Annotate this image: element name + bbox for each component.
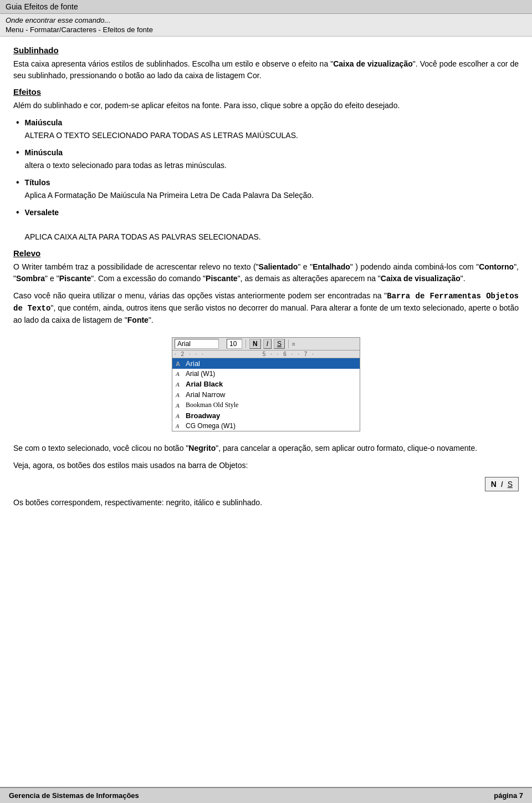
font-icon-broadway: A	[176, 413, 183, 419]
italic-button[interactable]: I	[263, 339, 272, 349]
menu-options-para: Caso você não queira utilizar o menu, vá…	[13, 290, 519, 326]
footer-right: página 7	[494, 791, 523, 800]
titulos-desc: Aplica A Formatação De Maiúscula Na Prim…	[25, 191, 314, 200]
caixa-viz-ref: Caixa de visualização	[381, 274, 461, 283]
underline-button[interactable]: S	[274, 339, 285, 349]
ruler-text: ≡	[292, 341, 296, 347]
nis-italic: I	[501, 480, 503, 489]
efeitos-title: Efeitos	[13, 87, 519, 96]
negrito-ref: Negrito	[188, 444, 216, 453]
font-name-display: Arial	[175, 339, 219, 349]
maiuscula-title: Maiúscula	[25, 117, 519, 129]
main-content: Sublinhado Esta caixa apresenta vários e…	[0, 37, 532, 558]
font-item-arial[interactable]: A Arial	[172, 358, 360, 369]
command-bar: Onde encontrar esse comando... Menu - Fo…	[0, 14, 532, 37]
toolbar-sep-1	[245, 339, 246, 348]
titulos-title: Títulos	[25, 177, 519, 189]
font-list: A Arial A Arial (W1) A Arial Black A Ari…	[172, 358, 360, 431]
fonte-ref: Fonte	[127, 316, 149, 324]
maiuscula-item: Maiúscula ALTERA O TEXTO SELECIONADO PAR…	[13, 117, 519, 141]
caixa-vizualizacao-ref: Caixa de vizualização	[333, 59, 413, 68]
sublinhado-title: Sublinhado	[13, 45, 519, 55]
nis-bold: N	[491, 480, 497, 489]
font-name-arial-narrow: Arial Narrow	[186, 390, 226, 399]
maiuscula-desc: ALTERA O TEXTO SELECIONADO PARA TODAS AS…	[25, 131, 298, 140]
font-icon-cg-omega: A	[176, 423, 183, 429]
font-icon-arial: A	[176, 360, 183, 367]
font-ruler: · 2 · · · 5 · · 6 · · 7 ·	[172, 350, 360, 358]
titulos-item: Títulos Aplica A Formatação De Maiúscula…	[13, 177, 519, 201]
versalete-item: Versalete APLICA CAIXA ALTA PARA TODAS A…	[13, 207, 519, 243]
nis-row: N I S	[13, 477, 519, 491]
font-name-arial-w1: Arial (W1)	[186, 370, 215, 378]
barra-ref: Barra de Ferramentas Objetos de Texto	[13, 292, 519, 313]
botoes-note-para: Veja, agora, os botões dos estilos mais …	[13, 460, 519, 471]
font-item-cg-omega[interactable]: A CG Omega (W1)	[172, 421, 360, 431]
piscante2-ref: Piscante	[206, 274, 238, 283]
botoes-desc-para: Os botões correspondem, respectivamente:…	[13, 497, 519, 509]
nis-underline: S	[508, 480, 513, 489]
font-name-broadway: Broadway	[186, 411, 220, 420]
font-toolbar: Arial 10 N I S ≡	[172, 338, 360, 350]
relevo-section: Relevo O Writer também traz a possibilid…	[13, 248, 519, 284]
font-name-arial-black: Arial Black	[186, 380, 223, 388]
bold-button[interactable]: N	[249, 339, 261, 349]
relevo-title: Relevo	[13, 248, 519, 258]
versalete-title: Versalete	[25, 207, 519, 218]
font-preview-container: Arial 10 N I S ≡ · 2 · · · 5 · · 6 · · 7…	[13, 337, 519, 431]
command-path: Menu - Formatar/Caracteres - Efeitos de …	[6, 26, 526, 34]
minuscula-item: Minúscula altera o texto selecionado par…	[13, 147, 519, 171]
minuscula-desc: altera o texto selecionado para todas as…	[25, 161, 227, 170]
nis-box: N I S	[485, 477, 519, 491]
font-item-arial-black[interactable]: A Arial Black	[172, 379, 360, 389]
contorno-ref: Contorno	[479, 262, 514, 271]
efeitos-para: Além do sublinhado e cor, podem-se aplic…	[13, 100, 519, 111]
footer-left: Gerencia de Sistemas de Informações	[9, 791, 139, 800]
versalete-desc: APLICA CAIXA ALTA PARA TODAS AS PALVRAS …	[25, 232, 261, 241]
sombra-ref: Sombra	[16, 274, 45, 283]
font-item-arial-narrow[interactable]: A Arial Narrow	[172, 389, 360, 400]
title-text: Guia Efeitos de fonte	[6, 2, 78, 11]
footer: Gerencia de Sistemas de Informações pági…	[0, 787, 532, 803]
command-find-label: Onde encontrar esse comando...	[6, 16, 526, 24]
entalhado-ref: Entalhado	[313, 262, 350, 271]
font-preview-box: Arial 10 N I S ≡ · 2 · · · 5 · · 6 · · 7…	[172, 337, 360, 431]
font-size-display: 10	[227, 339, 242, 349]
font-item-arial-w1[interactable]: A Arial (W1)	[172, 369, 360, 379]
sublinhado-section: Sublinhado Esta caixa apresenta vários e…	[13, 45, 519, 82]
title-bar: Guia Efeitos de fonte	[0, 0, 532, 14]
font-item-bookman[interactable]: A Bookman Old Style	[172, 400, 360, 410]
font-item-broadway[interactable]: A Broadway	[172, 410, 360, 421]
font-icon-arial-black: A	[176, 381, 183, 388]
toolbar-sep-2	[288, 339, 289, 348]
salientado-ref: Salientado	[259, 262, 298, 271]
piscante-ref: Piscante	[59, 274, 91, 283]
relevo-para: O Writer também traz a possibilidade de …	[13, 261, 519, 284]
efeitos-section: Efeitos Além do sublinhado e cor, podem-…	[13, 87, 519, 111]
font-name-arial: Arial	[186, 359, 200, 368]
sublinhado-para: Esta caixa apresenta vários estilos de s…	[13, 58, 519, 82]
font-name-cg-omega: CG Omega (W1)	[186, 422, 236, 430]
font-icon-bookman: A	[176, 402, 183, 409]
negrito-note-para: Se com o texto selecionado, você clicou …	[13, 443, 519, 454]
font-icon-arial-narrow: A	[176, 392, 183, 398]
font-name-bookman: Bookman Old Style	[186, 401, 238, 409]
font-icon-arial-w1: A	[176, 370, 183, 377]
effects-list: Maiúscula ALTERA O TEXTO SELECIONADO PAR…	[13, 117, 519, 243]
minuscula-title: Minúscula	[25, 147, 519, 159]
